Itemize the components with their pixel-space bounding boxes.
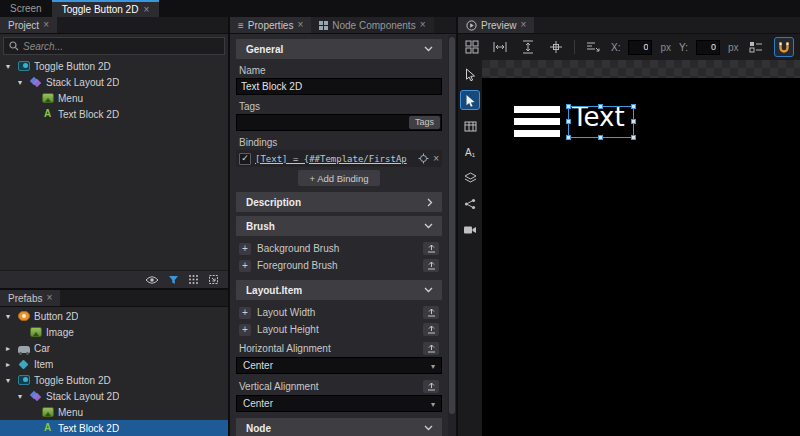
properties-menu-icon[interactable] (238, 20, 244, 31)
close-icon[interactable] (521, 20, 527, 30)
add-property-icon[interactable] (239, 243, 251, 255)
snap-magnet-icon[interactable] (774, 37, 794, 57)
section-header-node[interactable]: Node (236, 418, 442, 436)
selection-handle[interactable] (598, 104, 603, 109)
tab-prefabs[interactable]: Prefabs (0, 290, 60, 306)
tree-item[interactable]: ▸ Car (0, 340, 228, 356)
tree-item[interactable]: ▾ Button 2D (0, 308, 228, 324)
name-input[interactable] (236, 78, 442, 95)
tags-button[interactable]: Tags (409, 116, 440, 129)
tree-item[interactable]: ▾ Stack Layout 2D (0, 74, 228, 90)
button-2d-icon (17, 310, 30, 322)
selection-handle[interactable] (566, 104, 571, 109)
property-row-layout-width[interactable]: Layout Width (236, 304, 442, 321)
scrollbar-thumb[interactable] (449, 37, 455, 414)
expand-arrow-icon[interactable]: ▾ (15, 78, 25, 87)
tree-item[interactable]: ▾ Toggle Button 2D (0, 372, 228, 388)
align-snap-icon[interactable] (583, 37, 603, 57)
expand-arrow-icon[interactable]: ▸ (3, 360, 13, 369)
property-row-layout-height[interactable]: Layout Height (236, 321, 442, 338)
add-property-icon[interactable] (239, 260, 251, 272)
add-binding-button[interactable]: + Add Binding (298, 170, 381, 186)
selection-handle[interactable] (631, 104, 636, 109)
image-icon (41, 92, 54, 104)
tab-project[interactable]: Project (0, 17, 57, 33)
menu-image[interactable] (514, 106, 560, 137)
node-graph-icon[interactable] (460, 194, 480, 214)
binding-target-icon[interactable] (418, 153, 429, 164)
close-icon[interactable] (46, 293, 52, 303)
tree-item[interactable]: ▾ Stack Layout 2D (0, 388, 228, 404)
selection-handle[interactable] (566, 135, 571, 140)
close-icon[interactable] (420, 20, 426, 30)
vertical-alignment-select[interactable]: Center (236, 395, 442, 412)
expand-panel-icon[interactable] (208, 274, 219, 285)
distribute-horizontal-icon[interactable] (490, 37, 510, 57)
tree-item[interactable]: Menu (0, 404, 228, 420)
add-property-icon[interactable] (239, 324, 251, 336)
section-header-brush[interactable]: Brush (236, 216, 442, 236)
push-to-prefab-icon[interactable] (423, 259, 439, 272)
layout-list-icon[interactable] (746, 37, 766, 57)
node-components-icon (319, 21, 323, 25)
scrollbar[interactable] (448, 35, 456, 436)
selection-box[interactable] (568, 106, 634, 138)
center-anchor-icon[interactable] (546, 37, 566, 57)
selection-handle[interactable] (631, 135, 636, 140)
camera-icon[interactable] (460, 220, 480, 240)
tree-item[interactable]: Text Block 2D (0, 106, 228, 122)
visibility-eye-icon[interactable] (145, 275, 159, 285)
push-to-prefab-icon[interactable] (423, 306, 439, 319)
horizontal-alignment-select[interactable]: Center (236, 357, 442, 374)
tree-item[interactable]: Image (0, 324, 228, 340)
selection-handle[interactable] (631, 119, 636, 124)
tab-screen[interactable]: Screen (0, 0, 52, 17)
section-header-description[interactable]: Description (236, 192, 442, 212)
horizontal-alignment-label: Horizontal Alignment (239, 343, 423, 354)
tab-preview[interactable]: Preview (458, 17, 534, 33)
push-to-prefab-icon[interactable] (423, 342, 439, 355)
layers-icon[interactable] (460, 168, 480, 188)
section-header-general[interactable]: General (236, 39, 442, 59)
property-row-background-brush[interactable]: Background Brush (236, 240, 442, 257)
push-to-prefab-icon[interactable] (423, 323, 439, 336)
push-to-prefab-icon[interactable] (423, 380, 439, 393)
binding-row[interactable]: [Text] = {##Template/FirstAp (236, 150, 442, 167)
grid-icon[interactable] (462, 37, 482, 57)
expand-arrow-icon[interactable]: ▾ (3, 62, 13, 71)
thumbnail-grid-icon[interactable] (188, 274, 199, 285)
tab-node-components[interactable]: Node Components (311, 17, 433, 33)
expand-arrow-icon[interactable]: ▾ (3, 312, 13, 321)
section-header-layout-item[interactable]: Layout.Item (236, 280, 442, 300)
search-input[interactable] (23, 41, 219, 52)
filter-icon[interactable] (168, 275, 179, 285)
tree-item-selected[interactable]: Text Block 2D (0, 420, 228, 436)
grid-table-icon[interactable] (460, 116, 480, 136)
tree-item[interactable]: ▾ Toggle Button 2D (0, 58, 228, 74)
expand-arrow-icon[interactable]: ▾ (15, 392, 25, 401)
close-icon[interactable] (297, 20, 303, 30)
close-icon[interactable] (143, 5, 149, 15)
remove-binding-icon[interactable] (433, 154, 439, 164)
expand-arrow-icon[interactable]: ▾ (3, 376, 13, 385)
property-row-foreground-brush[interactable]: Foreground Brush (236, 257, 442, 274)
selection-handle[interactable] (598, 135, 603, 140)
selection-handle[interactable] (566, 119, 571, 124)
x-coordinate-input[interactable] (628, 40, 652, 55)
tree-item[interactable]: ▸ Item (0, 356, 228, 372)
tab-toggle-button-2d[interactable]: Toggle Button 2D (52, 0, 160, 17)
binding-expression[interactable]: [Text] = {##Template/FirstAp (255, 154, 414, 164)
expand-arrow-icon[interactable]: ▸ (3, 344, 13, 353)
tree-item[interactable]: Menu (0, 90, 228, 106)
select-tool-icon[interactable] (460, 90, 480, 110)
close-icon[interactable] (43, 20, 49, 30)
text-tool-icon[interactable] (460, 142, 480, 162)
preview-canvas[interactable]: Text (482, 60, 800, 436)
push-to-prefab-icon[interactable] (423, 242, 439, 255)
distribute-vertical-icon[interactable] (518, 37, 538, 57)
snap-pointer-icon[interactable] (460, 64, 480, 84)
add-property-icon[interactable] (239, 307, 251, 319)
tab-properties[interactable]: Properties (230, 17, 311, 33)
y-coordinate-input[interactable] (696, 40, 720, 55)
binding-checkbox[interactable] (239, 153, 251, 165)
